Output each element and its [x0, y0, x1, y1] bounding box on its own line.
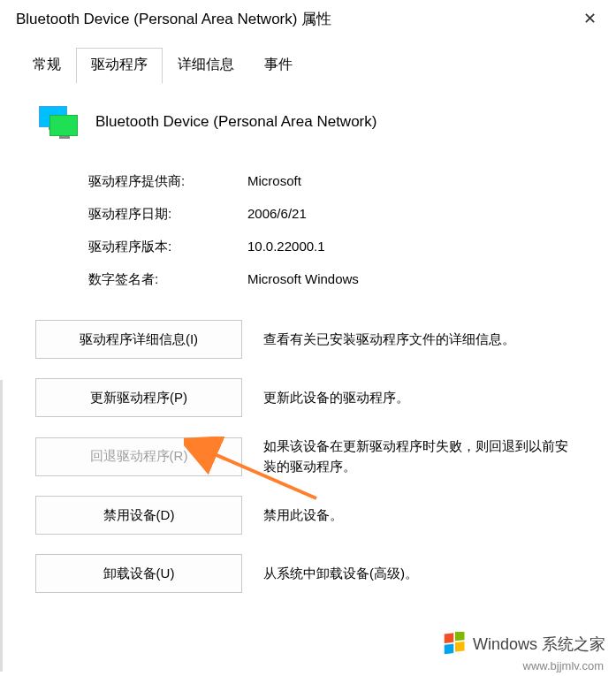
window-title: Bluetooth Device (Personal Area Network)…: [16, 9, 331, 29]
svg-rect-4: [445, 644, 454, 655]
rollback-driver-button: 回退驱动程序(R): [35, 437, 242, 476]
uninstall-device-button[interactable]: 卸载设备(U): [35, 554, 242, 593]
provider-value: Microsoft: [247, 173, 301, 190]
tab-content: Bluetooth Device (Personal Area Network)…: [0, 85, 616, 630]
svg-rect-5: [455, 642, 465, 652]
driver-info-grid: 驱动程序提供商: Microsoft 驱动程序日期: 2006/6/21 驱动程…: [35, 173, 581, 288]
update-driver-button[interactable]: 更新驱动程序(P): [35, 378, 242, 417]
button-row-disable: 禁用设备(D) 禁用此设备。: [35, 496, 581, 535]
info-row-signer: 数字签名者: Microsoft Windows: [88, 271, 581, 288]
tab-events[interactable]: 事件: [249, 48, 308, 84]
disable-device-desc: 禁用此设备。: [263, 505, 581, 526]
action-buttons: 驱动程序详细信息(I) 查看有关已安装驱动程序文件的详细信息。 更新驱动程序(P…: [35, 320, 581, 593]
windows-logo-icon: [443, 632, 468, 657]
signer-label: 数字签名者:: [88, 271, 247, 288]
properties-window: Bluetooth Device (Personal Area Network)…: [0, 0, 616, 676]
watermark-logo: Windows 系统之家: [443, 632, 605, 657]
button-row-rollback: 回退驱动程序(R) 如果该设备在更新驱动程序时失败，则回退到以前安装的驱动程序。: [35, 437, 581, 476]
button-row-uninstall: 卸载设备(U) 从系统中卸载设备(高级)。: [35, 554, 581, 593]
titlebar: Bluetooth Device (Personal Area Network)…: [0, 0, 616, 37]
driver-details-button[interactable]: 驱动程序详细信息(I): [35, 320, 242, 359]
tab-driver[interactable]: 驱动程序: [76, 48, 163, 84]
uninstall-device-desc: 从系统中卸载设备(高级)。: [263, 564, 581, 584]
tab-general[interactable]: 常规: [18, 48, 76, 84]
version-value: 10.0.22000.1: [247, 239, 325, 255]
device-header: Bluetooth Device (Personal Area Network): [35, 106, 581, 138]
date-value: 2006/6/21: [247, 206, 307, 223]
close-icon[interactable]: ✕: [576, 5, 604, 32]
driver-details-desc: 查看有关已安装驱动程序文件的详细信息。: [263, 330, 581, 350]
version-label: 驱动程序版本:: [88, 239, 247, 255]
update-driver-desc: 更新此设备的驱动程序。: [263, 388, 581, 408]
info-row-date: 驱动程序日期: 2006/6/21: [88, 206, 581, 223]
signer-value: Microsoft Windows: [247, 271, 359, 288]
svg-rect-3: [455, 632, 465, 641]
info-row-provider: 驱动程序提供商: Microsoft: [88, 173, 581, 190]
disable-device-button[interactable]: 禁用设备(D): [35, 496, 242, 535]
provider-label: 驱动程序提供商:: [88, 173, 247, 190]
scrollbar-fragment: [0, 380, 3, 672]
watermark-brand: Windows 系统之家: [473, 634, 605, 655]
tab-details[interactable]: 详细信息: [163, 48, 249, 84]
svg-rect-2: [445, 633, 454, 643]
rollback-driver-desc: 如果该设备在更新驱动程序时失败，则回退到以前安装的驱动程序。: [263, 437, 581, 476]
tab-strip: 常规 驱动程序 详细信息 事件: [0, 37, 616, 85]
watermark-url: www.bjjmlv.com: [523, 659, 605, 672]
date-label: 驱动程序日期:: [88, 206, 247, 223]
device-name: Bluetooth Device (Personal Area Network): [95, 113, 376, 131]
info-row-version: 驱动程序版本: 10.0.22000.1: [88, 239, 581, 255]
button-row-details: 驱动程序详细信息(I) 查看有关已安装驱动程序文件的详细信息。: [35, 320, 581, 359]
button-row-update: 更新驱动程序(P) 更新此设备的驱动程序。: [35, 378, 581, 417]
network-device-icon: [39, 106, 78, 138]
